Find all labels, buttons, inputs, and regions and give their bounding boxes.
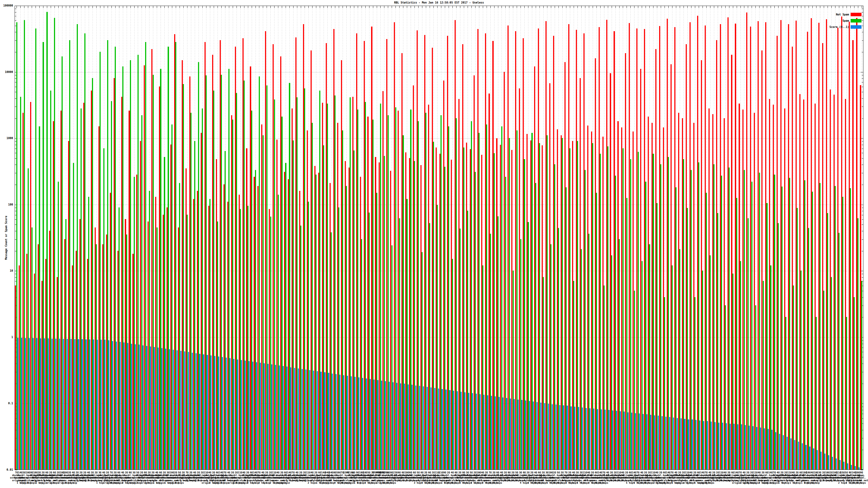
bar-score (741, 424, 742, 469)
bar-score (93, 339, 94, 469)
x-tick-top (824, 6, 824, 8)
bar-spam (827, 213, 828, 469)
x-tick-top (104, 6, 104, 8)
x-tick-top (343, 6, 343, 8)
bar-score (734, 424, 735, 469)
bar-score (59, 338, 60, 469)
bar-score (677, 418, 678, 469)
bar-score (639, 414, 640, 469)
bar-score (661, 416, 663, 469)
bar-score (771, 430, 773, 469)
rbl-statistics-chart: RBL Statistics - Mon Jan 16 12:58:05 EST… (0, 0, 868, 488)
bar-score (843, 462, 844, 469)
x-tick-top (180, 6, 180, 8)
x-tick-top (767, 6, 767, 8)
bar-score (809, 447, 810, 469)
x-tick-top (358, 6, 358, 8)
bar-spam (838, 233, 839, 469)
bar-score (582, 408, 583, 469)
bar-score (464, 392, 465, 469)
bar-score (317, 371, 318, 469)
x-tick-top (630, 6, 631, 8)
x-tick-top (854, 6, 855, 8)
bar-score (271, 364, 272, 469)
x-tick-top (608, 6, 608, 8)
bar-score (699, 421, 701, 469)
bar-score (567, 405, 568, 469)
x-tick-top (35, 6, 36, 8)
x-tick-top (634, 6, 634, 8)
bar-score (722, 423, 723, 469)
bar-score (673, 418, 674, 469)
bar-score (802, 443, 803, 469)
x-tick-top (289, 6, 290, 8)
bar-score (158, 348, 159, 469)
bar-score (203, 354, 204, 469)
y-minor-tick-right (862, 231, 863, 231)
bar-score (707, 421, 708, 469)
x-tick-top (339, 6, 339, 8)
y-tick-label: 0.1 (0, 402, 13, 405)
x-tick-top (816, 6, 816, 8)
x-tick-top (127, 6, 127, 8)
x-tick-top (430, 6, 430, 8)
x-tick-top (248, 6, 248, 8)
y-minor-tick-right (862, 26, 863, 26)
x-tick-top (418, 6, 418, 8)
bar-score (52, 338, 53, 469)
bar-score (438, 389, 439, 469)
x-tick-top (85, 6, 85, 8)
x-tick-top (221, 6, 222, 8)
x-tick-top (433, 6, 434, 8)
x-tick-top (187, 6, 187, 8)
x-tick-top (600, 6, 600, 8)
bar-score (25, 338, 26, 469)
bar-score (86, 339, 87, 469)
bar-score (393, 382, 394, 469)
x-tick-top (619, 6, 620, 8)
x-tick-top (733, 6, 733, 8)
x-tick-top (487, 6, 487, 8)
x-tick-top (490, 6, 491, 8)
x-tick-top (191, 6, 191, 8)
x-tick-top (62, 6, 62, 8)
y-minor-tick-left (15, 12, 16, 12)
bar-score (332, 373, 333, 469)
bar-score (108, 340, 109, 469)
bar-score (643, 414, 644, 469)
bar-score (112, 341, 113, 469)
x-tick-top (20, 6, 21, 8)
x-tick-top (77, 6, 78, 8)
y-major-tick-left (15, 6, 18, 6)
bar-spam (781, 187, 782, 469)
bar-score (859, 467, 860, 469)
bar-score (313, 370, 314, 469)
bar-score (597, 409, 598, 469)
x-tick-top (373, 6, 373, 8)
chart-title: RBL Statistics - Mon Jan 16 12:58:05 EST… (14, 1, 863, 4)
x-tick-top (73, 6, 74, 8)
bar-score (839, 460, 841, 469)
x-tick-top (237, 6, 237, 8)
x-tick-top (695, 6, 695, 8)
bar-score (169, 349, 170, 469)
x-tick-top (858, 6, 858, 8)
x-tick-top (680, 6, 680, 8)
x-tick-top (172, 6, 172, 8)
bar-score (476, 394, 477, 469)
bar-score (48, 338, 49, 469)
x-tick-top (543, 6, 544, 8)
bar-score (631, 413, 632, 469)
x-tick-top (316, 6, 316, 8)
x-tick-top (703, 6, 703, 8)
x-tick-top (786, 6, 786, 8)
bar-score (798, 442, 799, 469)
x-tick-top (426, 6, 426, 8)
bar-score (116, 341, 117, 470)
bar-score (650, 415, 651, 469)
x-tick-top (282, 6, 282, 8)
bar-score (624, 412, 625, 469)
bar-score (36, 338, 37, 469)
bar-score (847, 463, 848, 469)
x-tick-top (729, 6, 730, 8)
